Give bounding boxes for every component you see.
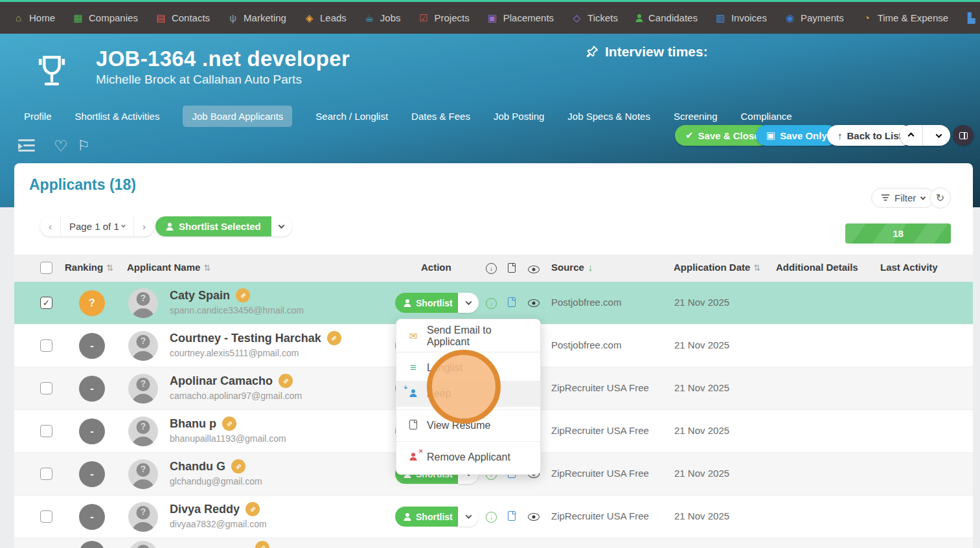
page-selector[interactable]: Page 1 of 1	[60, 216, 133, 236]
favorite-icon[interactable]: ♡	[54, 137, 68, 155]
tab-profile[interactable]: Profile	[24, 106, 52, 127]
chevron-down-icon	[465, 512, 472, 519]
menu-item-view-resume[interactable]: View Resume	[396, 413, 540, 439]
applicant-name[interactable]: Courtney - Testing Harchak	[170, 332, 321, 345]
nav-item-candidates[interactable]: Candidates	[635, 12, 698, 23]
column-source[interactable]: Source↓	[551, 262, 593, 273]
row-checkbox[interactable]	[40, 339, 52, 352]
ranking-badge[interactable]: -	[79, 504, 105, 530]
tab-job-specs-notes[interactable]: Job Specs & Notes	[567, 106, 650, 127]
filter-button[interactable]: Filter	[871, 188, 935, 208]
source-cell: ZipRecruiter USA Free	[551, 468, 649, 479]
nav-label: Leads	[320, 12, 347, 23]
page-subtitle: Michelle Brock at Callahan Auto Parts	[96, 73, 302, 87]
link-badge-icon[interactable]: ∞	[245, 502, 260, 516]
nav-item-leads[interactable]: ◈Leads	[304, 12, 347, 24]
arrow-up-icon: ↑	[838, 130, 843, 141]
link-badge-icon[interactable]: ∞	[222, 417, 236, 431]
nav-item-contacts[interactable]: ▤Contacts	[155, 12, 210, 24]
application-date-cell: 21 Nov 2025	[674, 339, 729, 350]
job-tabs: Profile Shortlist & Activities Job Board…	[24, 106, 792, 127]
row-checkbox[interactable]	[40, 510, 52, 523]
avatar: ?	[128, 502, 158, 532]
nav-item-tickets[interactable]: ◇Tickets	[571, 12, 618, 24]
applicant-name[interactable]: Caty Spain	[170, 289, 230, 302]
nav-item-marketing[interactable]: ψMarketing	[227, 12, 286, 23]
column-ranking[interactable]: Ranking⇅	[65, 262, 113, 273]
tab-screening[interactable]: Screening	[674, 106, 718, 127]
action-dropdown-toggle[interactable]	[458, 293, 479, 313]
application-date-cell: 21 Nov 2025	[674, 382, 729, 393]
checkbox-icon: ☑	[418, 12, 429, 24]
view-applicant-icon[interactable]	[528, 298, 540, 310]
resume-icon[interactable]	[508, 511, 516, 523]
shortlist-selected-button[interactable]: Shortlist Selected	[155, 216, 271, 236]
applicant-name[interactable]: Bhanu p	[170, 417, 216, 430]
ranking-badge[interactable]: ?	[79, 290, 105, 316]
flag-icon[interactable]: ⚐	[77, 137, 90, 154]
person-icon	[404, 299, 411, 307]
refresh-button[interactable]: ↻	[929, 187, 951, 209]
menu-item-remove-applicant[interactable]: × Remove Applicant	[396, 444, 540, 470]
column-applicant-name[interactable]: Applicant Name⇅	[127, 262, 211, 273]
job-trophy-icon	[31, 51, 73, 91]
link-badge-icon[interactable]: ∞	[327, 331, 341, 345]
menu-divider	[396, 409, 540, 410]
action-dropdown-toggle[interactable]	[458, 507, 479, 527]
shortlist-button[interactable]: Shortlist	[395, 507, 461, 527]
view-applicant-icon[interactable]	[528, 512, 540, 523]
applicant-name[interactable]: Divya Reddy	[170, 503, 240, 516]
contact-card-icon: ▤	[155, 12, 166, 24]
download-resume-icon[interactable]: ↓	[486, 512, 497, 523]
avatar: ?	[128, 374, 158, 404]
avatar: ?	[128, 417, 158, 446]
download-column-icon: ↓	[486, 263, 497, 274]
menu-item-send-email[interactable]: ✉ Send Email to Applicant	[396, 323, 540, 349]
applicant-name[interactable]: Apolinar Camacho	[170, 374, 273, 387]
menu-item-keep[interactable]: + Keep	[396, 381, 540, 407]
row-checkbox[interactable]	[40, 425, 52, 437]
nav-item-reports[interactable]: ▙Rep	[966, 12, 980, 24]
link-badge-icon[interactable]: ∞	[279, 374, 293, 388]
nav-item-jobs[interactable]: ☕Jobs	[364, 12, 401, 24]
shortlist-selected-dropdown[interactable]	[271, 216, 292, 236]
tab-compliance[interactable]: Compliance	[740, 106, 792, 127]
collapse-panel-icon[interactable]	[18, 139, 35, 152]
prev-page-button[interactable]: ‹	[40, 216, 60, 236]
nav-item-home[interactable]: ⌂Home	[13, 12, 55, 23]
resume-icon[interactable]	[508, 297, 516, 310]
nav-item-payments[interactable]: ◉Payments	[784, 12, 844, 24]
shortlist-button[interactable]: Shortlist	[395, 293, 461, 313]
nav-item-invoices[interactable]: ▥Invoices	[715, 12, 767, 24]
tab-shortlist-activities[interactable]: Shortlist & Activities	[75, 106, 160, 127]
chevron-down-icon	[121, 223, 126, 228]
link-badge-icon[interactable]: ∞	[236, 288, 250, 303]
ranking-badge[interactable]: -	[79, 418, 105, 444]
tab-dates-fees[interactable]: Dates & Fees	[411, 106, 470, 127]
ranking-badge[interactable]: -	[79, 333, 105, 359]
ranking-badge[interactable]: -	[79, 376, 105, 402]
tab-job-board-applicants[interactable]: Job Board Applicants	[183, 106, 292, 127]
next-record-button[interactable]	[928, 125, 950, 146]
tab-job-posting[interactable]: Job Posting	[494, 106, 544, 127]
next-page-button[interactable]: ›	[133, 216, 154, 236]
nav-item-projects[interactable]: ☑Projects	[418, 12, 470, 24]
select-all-checkbox[interactable]	[40, 262, 52, 274]
column-application-date[interactable]: Application Date⇅	[674, 262, 760, 273]
nav-item-companies[interactable]: ▦Companies	[73, 12, 138, 24]
nav-item-time-expense[interactable]: ◔Time & Expense	[861, 12, 949, 23]
ranking-badge[interactable]: -	[79, 461, 105, 487]
filter-icon	[881, 194, 889, 201]
applicant-name[interactable]: Chandu G	[170, 460, 225, 473]
link-badge-icon[interactable]: ∞	[231, 459, 245, 474]
save-only-button[interactable]: ▣Save Only	[756, 125, 838, 146]
tab-search-longlist[interactable]: Search / Longlist	[315, 106, 388, 127]
previous-record-button[interactable]	[900, 125, 923, 146]
menu-item-longlist[interactable]: ≡ Longlist	[396, 355, 540, 381]
row-checkbox[interactable]	[40, 468, 52, 480]
nav-item-placements[interactable]: ▣Placements	[487, 12, 554, 24]
row-checkbox[interactable]: ✓	[40, 297, 52, 309]
layout-toggle-button[interactable]	[953, 125, 974, 146]
download-resume-icon[interactable]: ↓	[486, 298, 497, 309]
row-checkbox[interactable]	[40, 382, 52, 394]
